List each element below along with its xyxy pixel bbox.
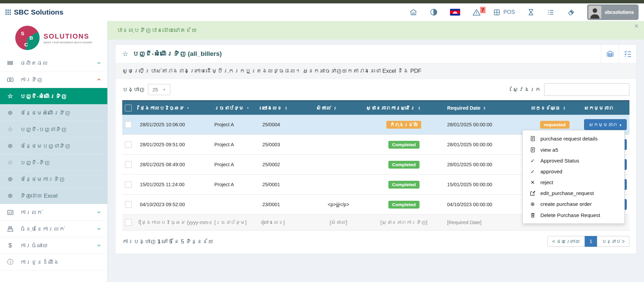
row-checkbox[interactable] xyxy=(125,141,132,148)
sort-desc-icon: ▼ xyxy=(334,108,336,111)
sidebar-item-add-purchase-order[interactable]: ⊕ បន្ថែមបញ្ជាទិញ xyxy=(0,138,107,154)
menu-item-create-purchase-order[interactable]: ⊕ create purchase order xyxy=(523,199,624,210)
sidebar-item-label: ការលក់ xyxy=(20,209,42,216)
filter-note[interactable]: [សំគាល់] xyxy=(314,215,363,231)
menu-item-approved[interactable]: ✓ approved xyxy=(523,166,624,177)
menu-item-edit-purchase-request[interactable]: edit_purchase_request xyxy=(523,188,624,199)
logo-letter-s: S xyxy=(21,30,24,36)
actions-dropdown-button[interactable]: សកម្មភាព▼ xyxy=(584,119,627,130)
sidebar-item-sales[interactable]: $ ការលក់ xyxy=(0,204,107,221)
column-header-required-date[interactable]: Required Date▲▼ xyxy=(445,101,528,115)
menu-item-delete-purchase-request[interactable]: Delete Purchase Request xyxy=(523,210,624,221)
top-strip xyxy=(0,0,644,3)
row-checkbox[interactable] xyxy=(125,181,132,188)
language-flag-icon[interactable] xyxy=(450,9,460,16)
page-size-select[interactable]: 25 ▼ xyxy=(148,84,170,95)
menu-item-approved-status[interactable]: ✓ Approved Status xyxy=(523,155,624,166)
menu-item-view-a5[interactable]: view a5 xyxy=(523,144,624,155)
plus-circle-icon: ⊕ xyxy=(6,142,14,150)
column-header-request-status[interactable]: ស្ថានភាពការស្នើរ▲▼ xyxy=(363,101,444,115)
alerts-warning-icon[interactable]: 7 xyxy=(472,8,481,17)
star-icon: ☆ xyxy=(6,159,14,166)
card-header: ☆ បញ្ជី-សំណើរទិញ (all_billers) xyxy=(115,45,636,63)
column-header-date[interactable]: ថ្ងៃកាលបរិច្ឆេទ▼ xyxy=(137,101,212,115)
sidebar: S B C SOLUTIONS MAKE YOUR BUSINESS MUCH … xyxy=(0,21,108,282)
logo-letter-c: C xyxy=(24,42,28,47)
logo-emblem: S B C xyxy=(15,26,40,50)
search-label: ស្វែងរក xyxy=(513,86,541,93)
chevron-up-icon xyxy=(96,77,101,82)
pagination-prev-button[interactable]: < ថយក្រោយ xyxy=(548,236,585,247)
column-header-style[interactable]: រចនាប័ទ្ម▼ xyxy=(212,101,260,115)
menu-item-label: Delete Purchase Request xyxy=(540,212,600,218)
star-icon: ☆ xyxy=(122,50,128,58)
logo-tagline: MAKE YOUR BUSINESS MUCH EASIER xyxy=(44,41,92,44)
row-checkbox[interactable] xyxy=(125,121,132,128)
cell-reference: 25/0003 xyxy=(260,135,314,155)
cell-reference: 25/0004 xyxy=(260,115,314,135)
filter-reference[interactable]: [យោងលេខ] xyxy=(260,215,314,231)
pagination-page-1[interactable]: 1 xyxy=(585,236,597,247)
column-header-reference[interactable]: យោងលេខ▲▼ xyxy=(260,101,314,115)
trash-icon xyxy=(529,212,536,218)
page-size-value: 25 xyxy=(152,87,158,92)
sidebar-item-purchase-list[interactable]: ☆ បញ្ជី-ទិញ xyxy=(0,154,107,171)
menu-item-label: approved xyxy=(540,169,562,175)
user-menu[interactable]: sbcsolutions xyxy=(587,4,639,20)
sidebar-item-expenses[interactable]: $ ការចំណាយ xyxy=(0,237,107,254)
document-icon xyxy=(529,135,536,142)
sidebar-item-purchase-by-excel[interactable]: ⊕ ទិញដោយ Excel xyxy=(0,188,107,204)
sidebar-item-add-purchase-request[interactable]: ⊕ បន្ថែមសំណើរទិញ xyxy=(0,105,107,121)
warehouse-icon[interactable] xyxy=(601,45,619,63)
row-checkbox[interactable] xyxy=(125,219,132,226)
cell-style: Project A xyxy=(212,175,260,195)
column-header-condition[interactable]: លក្ខខ័ណ្ឌ▲▼ xyxy=(528,101,581,115)
pagination: < ថយក្រោយ 1 បន្ទាប់ > xyxy=(548,236,629,247)
brand[interactable]: SBC Solutions xyxy=(5,8,63,16)
sidebar-item-purchase-request-list[interactable]: ☆ បញ្ជី-សំណើរទិញ xyxy=(0,88,107,105)
navbar: SBC Solutions 7 POS xyxy=(0,3,644,21)
sidebar-item-products[interactable]: ផលិតផល xyxy=(0,55,107,71)
show-label: បង្ហាញ xyxy=(122,86,145,93)
chevron-down-icon xyxy=(96,61,101,65)
eraser-icon[interactable] xyxy=(567,8,575,16)
pos-link[interactable]: POS xyxy=(493,8,515,16)
list-icon[interactable] xyxy=(547,8,555,16)
cell-style: Project A xyxy=(212,115,260,135)
filter-style[interactable]: [រចនាប័ទ្ម] xyxy=(212,215,260,231)
sort-desc-icon: ▼ xyxy=(187,107,189,110)
actions-dropdown-menu: purchase request details view a5 ✓ Appro… xyxy=(522,130,625,224)
sidebar-item-add-purchase[interactable]: ⊕ បន្ថែមការទិញ xyxy=(0,171,107,188)
sidebar-item-label: បញ្ជី-ទិញ xyxy=(20,159,50,166)
sidebar-item-point-of-sale[interactable]: ចំនុចនៃការលក់ xyxy=(0,221,107,237)
cell-date: 28/01/2025 10:06:00 xyxy=(137,115,212,135)
table-footer: ការបង្ហាញ 1 ទៅ 5 នៃ 5 ទិន្នន័យ < ថយក្រោយ… xyxy=(115,231,636,254)
sidebar-item-label: បន្ថែមសំណើរទិញ xyxy=(20,110,70,116)
cell-style: Project A xyxy=(212,135,260,155)
username: sbcsolutions xyxy=(605,9,634,15)
menu-item-purchase-request-details[interactable]: purchase request details xyxy=(523,133,624,144)
menu-item-label: purchase request details xyxy=(540,136,598,142)
filter-required-date[interactable]: [Required Date] xyxy=(445,215,528,231)
select-all-checkbox[interactable] xyxy=(125,105,132,111)
search-input[interactable] xyxy=(544,83,629,96)
home-icon[interactable] xyxy=(409,8,417,16)
sidebar-item-notifications[interactable]: ⓘ ការជូនដំណឹង xyxy=(0,254,107,270)
contrast-icon[interactable] xyxy=(430,8,438,16)
hourglass-icon[interactable] xyxy=(527,8,535,16)
sidebar-item-purchase-order-list[interactable]: ☆ បញ្ជី-បញ្ជាទិញ xyxy=(0,121,107,138)
row-checkbox[interactable] xyxy=(125,201,132,208)
pagination-next-button[interactable]: បន្ទាប់ > xyxy=(597,236,629,247)
filter-date[interactable]: [ថ្ងៃកាលបរិច្ឆេទ (yyyy-mm-d xyxy=(137,215,212,231)
status-badge: Completed xyxy=(388,201,420,209)
cell-note xyxy=(314,155,363,175)
checklist-icon[interactable] xyxy=(619,45,636,63)
filter-status[interactable]: [ស្ថានភាពការទិញ] xyxy=(363,215,444,231)
menu-item-reject[interactable]: ✕ reject xyxy=(523,177,624,188)
sidebar-item-purchases[interactable]: ការទិញ xyxy=(0,71,107,88)
dollar-icon: $ xyxy=(6,242,14,249)
row-checkbox[interactable] xyxy=(125,161,132,168)
edit-icon xyxy=(529,190,536,196)
column-header-note[interactable]: សំគាល់▲▼ xyxy=(314,101,363,115)
close-icon[interactable]: × xyxy=(634,22,639,30)
